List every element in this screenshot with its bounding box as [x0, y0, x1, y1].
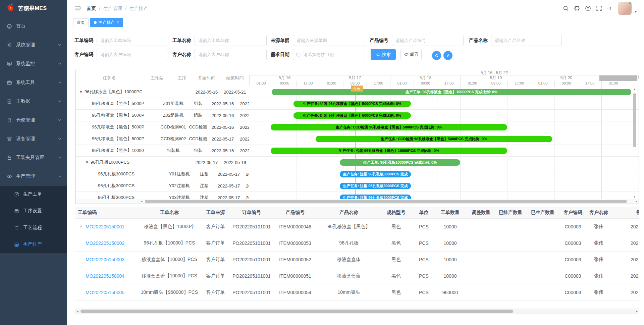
vertical-scroll-thumb[interactable]: [633, 93, 636, 147]
table-row[interactable]: MO202205150001移液盒【黑色】10000个客户订单PO2022051…: [75, 219, 639, 235]
filter-input-7[interactable]: [293, 49, 365, 60]
table-cell-10: [494, 252, 527, 268]
gantt-bar-selected[interactable]: 生产任务: 注塑 96孔孔板3000PCS 完成: [340, 183, 411, 189]
gantt-bar-parent[interactable]: 生产工单: 96孔孔板10000PCS 完成比例: 0%: [340, 159, 460, 166]
filter-input-3[interactable]: [392, 35, 464, 46]
gantt-task-row[interactable]: 96孔移液盒【黑色】10000包装机包装2022-05-162022-05-19: [76, 145, 249, 157]
gantt-end-date: 2022-05-18: [237, 98, 249, 109]
table-horizontal-scrollbar[interactable]: ◂ ▸: [75, 309, 639, 314]
tab-0[interactable]: 首页: [73, 18, 89, 27]
task-name-text: 96孔孔板3000PCS: [98, 171, 135, 177]
sidebar-item-0[interactable]: 首页: [0, 17, 67, 36]
timeline-hour-cell: 01:00: [601, 81, 625, 86]
breadcrumb-item-1[interactable]: 生产管理: [103, 6, 122, 11]
filter-input-4[interactable]: [491, 35, 562, 46]
sidebar-subitem-0[interactable]: 生产工单: [0, 186, 67, 203]
gantt-horizontal-scrollbar[interactable]: ◂ ▸: [76, 199, 639, 204]
scroll-up-icon[interactable]: ▴: [633, 87, 637, 91]
user-avatar[interactable]: [618, 2, 632, 15]
gantt-bar-task[interactable]: 生产任务: 包装 96孔移液盒【黑色】10000PCS 完成比例: 0%: [271, 148, 507, 154]
work-order-link[interactable]: MO202205150001: [86, 224, 124, 229]
sidebar-item-1[interactable]: 系统管理: [0, 36, 67, 54]
table-row[interactable]: MO20220515000296孔孔板【10000】PCS客户订单PO20220…: [75, 235, 639, 252]
tab-label: 首页: [77, 20, 85, 25]
table-cell-3: PO202205101001: [233, 252, 270, 268]
gantt-station: Y01注塑机: [165, 168, 194, 180]
tab-1[interactable]: 生产排产×: [90, 18, 123, 27]
timeline-day-2: 5月 18: [390, 75, 461, 81]
sidebar-item-8[interactable]: 生产管理: [0, 167, 67, 186]
gantt-task-row[interactable]: 96孔孔板3000PCSY02注塑机注塑2022-05-172022-05-18: [76, 180, 249, 192]
tab-close-icon[interactable]: ×: [117, 20, 119, 25]
scroll-right-icon[interactable]: ▸: [636, 200, 637, 203]
table-row[interactable]: MO20220515000510mm吸头【960000】PCS客户订单PO202…: [75, 284, 639, 301]
reset-button[interactable]: 重置: [400, 49, 422, 60]
table-column-header-14: 需: [610, 207, 639, 218]
work-order-link[interactable]: MO202205150004: [86, 273, 124, 279]
gantt-task-row[interactable]: 96孔移液盒【黑色】5000PCCD检测#02CCD检测2022-05-1720…: [76, 133, 249, 145]
breadcrumb-item-0[interactable]: 首页: [87, 6, 96, 11]
search-icon[interactable]: [563, 5, 569, 11]
user-menu-caret-icon[interactable]: ▾: [635, 9, 637, 14]
sidebar-item-3[interactable]: 系统工具: [0, 73, 67, 92]
help-icon[interactable]: [585, 5, 591, 11]
gantt-task-row[interactable]: 96孔孔板3000PCSY01注塑机注塑2022-05-172022-05-18: [76, 168, 249, 180]
row-expand-icon[interactable]: [79, 225, 83, 229]
gantt-column-header-1: 工作站: [143, 70, 171, 86]
table-cell-9: [468, 235, 494, 251]
tree-collapse-icon[interactable]: ▼: [86, 161, 88, 164]
sidebar-item-2[interactable]: 系统监控: [0, 54, 67, 73]
scroll-left-icon[interactable]: ◂: [141, 200, 143, 203]
gantt-vertical-scrollbar[interactable]: ▴ ▾: [633, 86, 637, 200]
gantt-bar-task[interactable]: 生产任务: CCD检测 96孔移液盒【黑色】5000PCS 完成比例: 0%: [316, 136, 552, 142]
gantt-task-row[interactable]: 96孔孔板3000PCSY03注塑机注塑2022-05-172022-05-18: [76, 192, 249, 200]
table-column-header-11: 已生产数量: [527, 207, 559, 218]
tree-collapse-icon[interactable]: ▼: [80, 90, 82, 94]
gantt-task-row[interactable]: 96孔移液盒【黑色】5000PCCD检测#01CCD检测2022-05-1620…: [76, 121, 249, 133]
breadcrumb-item-2[interactable]: 生产排产: [129, 6, 148, 11]
timeline-header-scroll-mask: [599, 75, 637, 81]
filter-input-2[interactable]: [293, 35, 365, 46]
gantt-task-row[interactable]: ▼96孔孔板10000PCS2022-05-172022-05-19: [76, 157, 249, 168]
table-cell-3: PO202205101001: [233, 235, 270, 251]
table-scroll-thumb[interactable]: [80, 310, 513, 313]
table-row[interactable]: MO202205150003移液盒盒体【10000】PCS客户订单PO20220…: [75, 252, 639, 268]
gantt-bar-task[interactable]: 生产任务: CCD检测 96孔移液盒【黑色】5000PCS 完成比例: 0%: [271, 124, 507, 130]
task-name-text: 96孔移液盒【黑色】5000P: [92, 112, 144, 118]
timeline-hours: 01:0009:0017:0001:0009:0017:0001:0009:00…: [249, 81, 639, 86]
github-icon[interactable]: [574, 5, 580, 11]
table-scroll-right-icon[interactable]: ▸: [636, 310, 638, 313]
work-order-link[interactable]: MO202205150003: [86, 257, 124, 262]
scroll-down-icon[interactable]: ▾: [633, 195, 637, 199]
timeline-hour-cell: 17:00: [367, 81, 390, 86]
gantt-bar-task[interactable]: 生产任务: 组装 96孔移液盒【黑色】5000PCS 完成比例: 0%: [293, 101, 411, 107]
gantt-task-row[interactable]: 96孔移液盒【黑色】5000PZ02组装机组装2022-05-162022-05…: [76, 110, 249, 121]
gantt-process: 组装: [187, 110, 209, 121]
gantt-bar-task[interactable]: 生产任务: 组装 96孔移液盒【黑色】5000PCS 完成比例: 0%: [293, 112, 411, 119]
work-order-link[interactable]: MO202205150005: [86, 290, 124, 295]
fullscreen-icon[interactable]: [596, 5, 602, 11]
horizontal-scroll-thumb[interactable]: [145, 200, 627, 203]
app-logo[interactable]: 苦糖果MES: [0, 0, 67, 17]
table-scroll-left-icon[interactable]: ◂: [77, 310, 78, 313]
edit-round-button[interactable]: [443, 51, 452, 60]
gantt-task-row[interactable]: 96孔移液盒【黑色】5000PZ01组装机组装2022-05-162022-05…: [76, 98, 249, 110]
work-order-link[interactable]: MO202205150002: [86, 240, 124, 246]
sidebar-item-5[interactable]: 仓储管理: [0, 111, 67, 129]
production-icon: [7, 174, 12, 179]
sidebar-subitem-2[interactable]: 工艺流程: [0, 219, 67, 236]
sidebar-item-7[interactable]: 工装夹具管理: [0, 148, 67, 167]
gantt-bar-parent[interactable]: 生产工单: 96孔移液盒【黑色】10000PCS 完成比例: 0%: [272, 89, 631, 95]
search-button[interactable]: 搜索: [371, 49, 396, 60]
sidebar-item-4[interactable]: 主数据: [0, 92, 67, 111]
sidebar-item-6[interactable]: 设备管理: [0, 129, 67, 148]
refresh-round-button[interactable]: [432, 51, 441, 60]
gantt-bar-selected[interactable]: 生产任务: 注塑 96孔孔板3000PCS 完成: [340, 171, 411, 177]
sidebar-subitem-3[interactable]: 生产排产: [0, 236, 67, 253]
table-row[interactable]: MO202205150004移液盒盒盖【10000】PCS客户订单PO20220…: [75, 268, 639, 284]
sidebar-collapse-icon[interactable]: [75, 5, 81, 11]
gantt-task-row[interactable]: ▼96孔移液盒【黑色】10000PC2022-05-162022-05-21: [76, 86, 249, 98]
gantt-start-date: 2022-05-17: [215, 180, 243, 192]
sidebar-subitem-1[interactable]: 工序设置: [0, 203, 67, 219]
font-size-icon[interactable]: TT: [607, 5, 613, 11]
